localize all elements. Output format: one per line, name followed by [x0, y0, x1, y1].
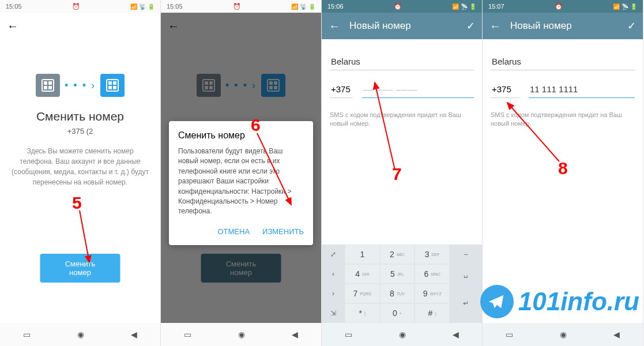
alarm-icon: ⏰ — [555, 3, 563, 10]
dots-arrow-icon: • • • › — [225, 80, 257, 92]
cancel-button[interactable]: ОТМЕНА — [217, 227, 250, 236]
android-navbar: ▭ ◉ ◀ — [483, 323, 643, 346]
change-number-button[interactable]: Сменить номер — [201, 254, 281, 283]
status-bar: 15:05 ⏰ 📶 📡 🔋 — [0, 0, 160, 13]
dialog-body: Пользователи будут видеть Ваш новый номе… — [178, 146, 304, 217]
status-icons: 📶 📡 🔋 — [452, 3, 476, 10]
key-4[interactable]: 4GHI — [345, 264, 380, 284]
alarm-icon: ⏰ — [233, 3, 241, 10]
screen-2: 15:05 ⏰ 📶 📡 🔋 ← • • • › Сменить номер См… — [161, 0, 322, 346]
check-icon[interactable]: ✓ — [627, 20, 636, 32]
toolbar-title: Новый номер — [510, 20, 618, 32]
nav-home-icon[interactable]: ◉ — [77, 330, 84, 339]
key-0[interactable]: 0+ — [380, 303, 415, 323]
sim-old-icon — [197, 74, 221, 97]
status-bar: 15:05 ⏰ 📶 📡 🔋 — [161, 0, 321, 13]
nav-home-icon[interactable]: ◉ — [238, 330, 245, 339]
dialog-title: Сменить номер — [178, 130, 304, 141]
key-hash[interactable]: #) — [415, 303, 450, 323]
nav-back-icon[interactable]: ◀ — [131, 330, 137, 339]
key-2[interactable]: 2ABC — [380, 245, 415, 264]
back-icon[interactable]: ← — [168, 20, 179, 33]
key-3[interactable]: 3DEF — [415, 245, 450, 264]
status-time: 15:06 — [327, 3, 344, 10]
status-bar: 15:07 ⏰ 📶 📡 🔋 — [483, 0, 643, 13]
status-icons: 📶 📡 🔋 — [130, 3, 155, 10]
back-icon[interactable]: ← — [7, 20, 18, 33]
key-dash[interactable]: – — [450, 245, 482, 264]
country-field[interactable]: Belarus — [330, 53, 474, 70]
toolbar: ← Новый номер ✓ — [322, 13, 482, 39]
key-enter[interactable]: ↵ — [450, 284, 482, 323]
status-time: 15:05 — [6, 3, 22, 10]
nav-back-icon[interactable]: ◀ — [453, 330, 459, 339]
nav-recent-icon[interactable]: ▭ — [345, 330, 352, 339]
nav-recent-icon[interactable]: ▭ — [506, 330, 513, 339]
nav-back-icon[interactable]: ◀ — [292, 330, 298, 339]
key-star[interactable]: *( — [345, 303, 380, 323]
nav-home-icon[interactable]: ◉ — [560, 330, 567, 339]
key-space[interactable]: ␣ — [450, 264, 482, 284]
status-bar: 15:06 ⏰ 📶 📡 🔋 — [322, 0, 482, 13]
content: Belarus +375 SMS с кодом подтверждения п… — [483, 39, 643, 346]
sms-hint: SMS с кодом подтверждения придет на Ваш … — [330, 111, 474, 129]
numeric-keypad: ⤢ 1 2ABC 3DEF – ‹ 4GHI 5JKL 6MNO ␣ › 7PQ… — [322, 245, 482, 323]
keypad-collapse-icon[interactable]: ⤢ — [322, 245, 345, 264]
key-9[interactable]: 9WXYZ — [415, 284, 450, 303]
confirm-button[interactable]: ИЗМЕНИТЬ — [262, 227, 304, 236]
key-1[interactable]: 1 — [345, 245, 380, 264]
back-icon[interactable]: ← — [489, 20, 501, 33]
content: • • • › Сменить номер +375 (2 Здесь Вы м… — [0, 39, 160, 346]
nav-back-icon[interactable]: ◀ — [613, 330, 620, 339]
status-icons: 📶 📡 🔋 — [291, 3, 315, 10]
android-navbar: ▭ ◉ ◀ — [0, 323, 160, 346]
page-title: Сменить номер — [8, 110, 152, 123]
dots-arrow-icon: • • • › — [65, 80, 96, 92]
phone-input[interactable] — [362, 81, 474, 98]
key-6[interactable]: 6MNO — [415, 264, 450, 284]
key-7[interactable]: 7PQRS — [345, 284, 380, 303]
code-field[interactable]: +375 — [330, 81, 353, 98]
nav-home-icon[interactable]: ◉ — [399, 330, 406, 339]
android-navbar: ▭ ◉ ◀ — [322, 323, 482, 346]
screen-3: 15:06 ⏰ 📶 📡 🔋 ← Новый номер ✓ Belarus +3… — [322, 0, 483, 346]
screen-4: 15:07 ⏰ 📶 📡 🔋 ← Новый номер ✓ Belarus +3… — [483, 0, 643, 346]
nav-recent-icon[interactable]: ▭ — [184, 330, 191, 339]
status-time: 15:05 — [167, 3, 183, 10]
sim-illustration: • • • › — [8, 74, 152, 97]
key-5[interactable]: 5JKL — [380, 264, 415, 284]
key-8[interactable]: 8TUV — [380, 284, 415, 303]
toolbar: ← — [0, 13, 160, 39]
sim-new-icon — [261, 74, 285, 97]
status-icons: 📶 📡 🔋 — [613, 3, 637, 10]
sms-hint: SMS с кодом подтверждения придет на Ваш … — [491, 111, 635, 129]
screen-1: 15:05 ⏰ 📶 📡 🔋 ← • • • › Сменить номер +3… — [0, 0, 161, 346]
phone-input[interactable] — [529, 81, 635, 98]
toolbar: ← Новый номер ✓ — [483, 13, 643, 39]
status-time: 15:07 — [488, 3, 504, 10]
toolbar: ← — [161, 13, 321, 39]
alarm-icon: ⏰ — [394, 3, 402, 10]
back-icon[interactable]: ← — [329, 20, 340, 33]
sim-old-icon — [36, 74, 60, 97]
check-icon[interactable]: ✓ — [466, 20, 475, 32]
alarm-icon: ⏰ — [72, 3, 80, 10]
toolbar-title: Новый номер — [349, 20, 457, 32]
nav-recent-icon[interactable]: ▭ — [23, 330, 31, 339]
change-number-button[interactable]: Сменить номер — [40, 254, 120, 283]
confirm-dialog: Сменить номер Пользователи будут видеть … — [169, 121, 313, 245]
android-navbar: ▭ ◉ ◀ — [161, 323, 321, 346]
country-field[interactable]: Belarus — [491, 53, 635, 70]
code-field[interactable]: +375 — [491, 81, 519, 98]
description-text: Здесь Вы можете сменить номер телефона. … — [8, 146, 152, 187]
sim-illustration: • • • › — [169, 74, 313, 97]
keypad-left-icon[interactable]: ‹ — [322, 264, 345, 284]
keypad-sym-icon[interactable]: ⇲ — [322, 303, 345, 323]
sim-new-icon — [100, 74, 125, 97]
keypad-right-icon[interactable]: › — [322, 284, 345, 303]
current-phone: +375 (2 — [8, 127, 152, 136]
